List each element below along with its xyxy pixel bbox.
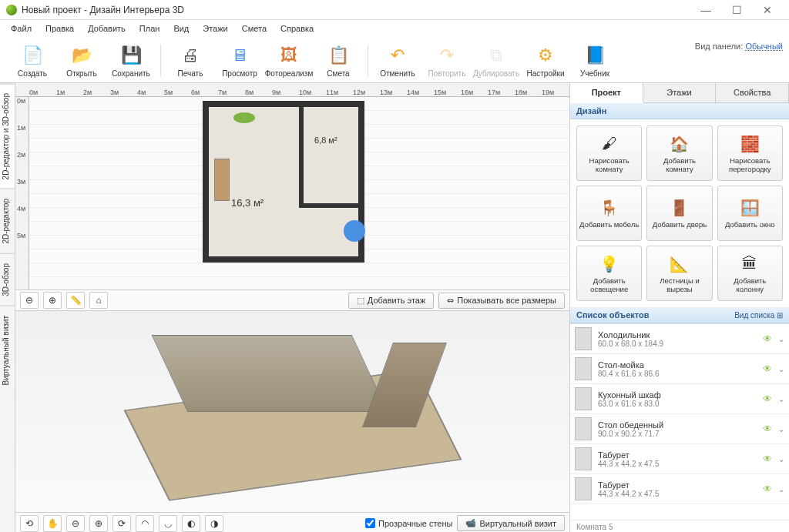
plan-2d-canvas[interactable]: 16,3 м² 6,8 м²: [29, 97, 569, 289]
menu-правка[interactable]: Правка: [39, 22, 80, 35]
chevron-down-icon[interactable]: ⌄: [778, 335, 784, 343]
view-3d-canvas[interactable]: [15, 311, 569, 512]
chevron-down-icon[interactable]: ⌄: [778, 455, 784, 463]
rotate-left-button[interactable]: ◐: [182, 515, 200, 532]
toolbar-настройки[interactable]: ⚙Настройки: [521, 42, 570, 79]
ruler-tool-button[interactable]: 📏: [66, 292, 85, 309]
сохранить-icon: 💾: [119, 43, 143, 68]
virtual-visit-button[interactable]: 📹 Виртуальный визит: [457, 515, 565, 531]
sidetab-2[interactable]: 3D-обзор: [0, 253, 15, 306]
toolbar-смета[interactable]: 📋Смета: [314, 42, 363, 79]
sidetab-3[interactable]: Виртуальный визит: [0, 306, 15, 395]
object-item[interactable]: Кухонный шкаф63.0 x 61.6 x 83.0👁⌄: [570, 384, 789, 414]
add-floor-button[interactable]: ⬚ Добавить этаж: [348, 293, 434, 309]
design-label: Добавить мебель: [579, 221, 639, 229]
menu-добавить[interactable]: Добавить: [82, 22, 132, 35]
design-btn-добавить[interactable]: 💡Добавить освещение: [576, 246, 642, 301]
objects-list: Холодильник60.0 x 68.0 x 184.9👁⌄Стол-мой…: [570, 323, 789, 520]
chevron-down-icon[interactable]: ⌄: [778, 485, 784, 494]
visibility-icon[interactable]: 👁: [763, 483, 772, 494]
toolbar-label: Настройки: [526, 69, 564, 78]
sidetab-0[interactable]: 2D-редактор и 3D-обзор: [0, 83, 15, 189]
objects-view-toggle[interactable]: Вид списка ⊞: [734, 311, 783, 320]
pan-button[interactable]: ✋: [43, 515, 62, 532]
object-name: Стол обеденный: [598, 420, 757, 430]
menu-справка[interactable]: Справка: [274, 22, 320, 35]
toolbar-создать[interactable]: 📄Создать: [8, 42, 57, 79]
visibility-icon[interactable]: 👁: [763, 453, 772, 464]
close-button[interactable]: ✕: [752, 4, 783, 16]
ruler-tick: 4м: [137, 89, 164, 96]
object-item[interactable]: Холодильник60.0 x 68.0 x 184.9👁⌄: [570, 324, 789, 354]
design-btn-добавить[interactable]: 🏛Добавить колонну: [717, 246, 783, 301]
menu-файл[interactable]: Файл: [5, 22, 38, 35]
zoom-in-button[interactable]: ⊕: [89, 515, 108, 532]
reset-view-button[interactable]: ⟳: [112, 515, 131, 532]
visibility-icon[interactable]: 👁: [763, 363, 772, 374]
zoom-in-button[interactable]: ⊕: [43, 292, 62, 309]
design-btn-нарисовать[interactable]: 🧱Нарисовать перегородку: [717, 125, 783, 181]
ruler-tick: 0м: [29, 89, 56, 96]
toolbar-сохранить[interactable]: 💾Сохранить: [106, 42, 156, 79]
toolbar-открыть[interactable]: 📂Открыть: [57, 42, 106, 79]
footer-room-label: Комната 5: [570, 520, 789, 532]
menu-план[interactable]: План: [133, 22, 166, 35]
rotate-button[interactable]: ⟲: [20, 515, 39, 532]
object-item[interactable]: Табурет44.3 x 44.2 x 47.5👁⌄: [570, 444, 789, 474]
tilt-down-button[interactable]: ◡: [159, 515, 177, 532]
design-btn-лестницы и[interactable]: 📐Лестницы и вырезы: [646, 246, 712, 301]
panel-mode-link[interactable]: Обычный: [745, 42, 783, 51]
show-dimensions-button[interactable]: ⇔ Показывать все размеры: [438, 293, 565, 309]
visibility-icon[interactable]: 👁: [763, 393, 772, 404]
design-grid: 🖌Нарисовать комнату🏠Добавить комнату🧱Нар…: [570, 119, 789, 307]
object-item[interactable]: Стол обеденный90.0 x 90.2 x 71.7👁⌄: [570, 414, 789, 444]
menu-смета[interactable]: Смета: [236, 22, 273, 35]
chevron-down-icon[interactable]: ⌄: [778, 395, 784, 403]
home-button[interactable]: ⌂: [89, 292, 108, 309]
design-btn-добавить[interactable]: 🚪Добавить дверь: [646, 186, 712, 241]
design-icon: 🏛: [739, 253, 760, 275]
design-btn-добавить[interactable]: 🪑Добавить мебель: [576, 186, 642, 241]
object-marker[interactable]: [344, 220, 365, 242]
toolbar-label: Учебник: [580, 69, 609, 78]
menu-вид[interactable]: Вид: [167, 22, 195, 35]
visibility-icon[interactable]: 👁: [763, 423, 772, 434]
ruler-tick: 0м: [15, 97, 29, 124]
rtab-этажи[interactable]: Этажи: [643, 83, 717, 102]
chevron-down-icon[interactable]: ⌄: [778, 365, 784, 373]
ruler-tick: 19м: [542, 89, 569, 96]
rtab-свойства[interactable]: Свойства: [716, 83, 789, 102]
design-btn-добавить[interactable]: 🏠Добавить комнату: [646, 125, 712, 181]
rotate-right-button[interactable]: ◑: [205, 515, 223, 532]
toolbar-учебник[interactable]: 📘Учебник: [570, 42, 619, 79]
toolbar-просмотр[interactable]: 🖥Просмотр: [215, 42, 264, 79]
object-thumbnail: [575, 327, 592, 350]
minimize-button[interactable]: —: [690, 4, 721, 16]
toolbar-фотореализм[interactable]: 🖼Фотореализм: [264, 42, 314, 79]
rtab-проект[interactable]: Проект: [570, 83, 643, 103]
visibility-icon[interactable]: 👁: [763, 333, 772, 344]
toolbar-печать[interactable]: 🖨Печать: [166, 42, 215, 79]
menu-этажи[interactable]: Этажи: [196, 22, 233, 35]
object-item[interactable]: Табурет44.3 x 44.2 x 47.5👁⌄: [570, 474, 789, 504]
design-btn-добавить[interactable]: 🪟Добавить окно: [717, 186, 783, 241]
zoom-out-button[interactable]: ⊖: [20, 292, 39, 309]
transparent-walls-checkbox[interactable]: Прозрачные стены: [365, 518, 452, 528]
design-label: Добавить колонну: [720, 277, 781, 294]
design-btn-нарисовать[interactable]: 🖌Нарисовать комнату: [576, 125, 642, 181]
design-label: Добавить окно: [725, 221, 775, 229]
maximize-button[interactable]: ☐: [721, 4, 752, 16]
object-plant[interactable]: [233, 112, 255, 123]
tilt-up-button[interactable]: ◠: [136, 515, 154, 532]
sidetab-1[interactable]: 2D-редактор: [0, 189, 15, 253]
toolbar-отменить[interactable]: ↶Отменить: [373, 42, 422, 79]
ruler-tick: 7м: [218, 89, 245, 96]
object-item[interactable]: Стол-мойка80.4 x 61.6 x 86.6👁⌄: [570, 354, 789, 384]
furniture-sofa[interactable]: [214, 159, 230, 201]
toolbar-label: Фотореализм: [265, 69, 314, 78]
chevron-down-icon[interactable]: ⌄: [778, 425, 784, 433]
ruler-tick: 8м: [245, 89, 272, 96]
zoom-out-button[interactable]: ⊖: [66, 515, 85, 532]
просмотр-icon: 🖥: [227, 43, 252, 68]
object-dimensions: 63.0 x 61.6 x 83.0: [598, 400, 757, 408]
